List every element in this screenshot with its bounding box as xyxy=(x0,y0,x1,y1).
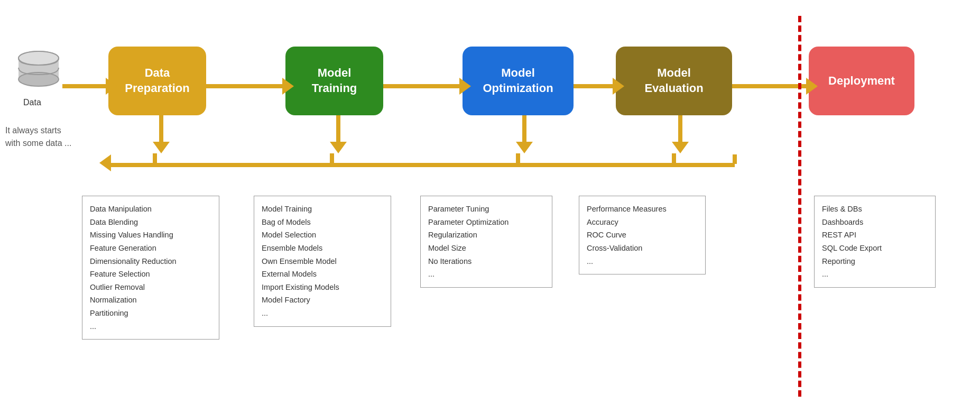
stage-data-prep: Data Preparation xyxy=(108,47,206,115)
stage-model-training: ModelTraining xyxy=(285,47,383,115)
tagline: It always starts with some data ... xyxy=(5,124,71,150)
feedback-arrow-bar xyxy=(111,163,735,167)
info-box-data-prep: Data Manipulation Data Blending Missing … xyxy=(82,196,219,340)
arrow-db-to-prep xyxy=(62,78,117,95)
arrow-prep-to-training xyxy=(206,78,294,95)
arrow-training-to-opt xyxy=(383,78,471,95)
info-box-model-eval: Performance Measures Accuracy ROC Curve … xyxy=(579,196,706,274)
vfl3 xyxy=(516,153,520,164)
vfl2 xyxy=(330,153,334,164)
deployment-separator-line xyxy=(798,16,801,397)
info-box-model-training: Model Training Bag of Models Model Selec… xyxy=(254,196,391,327)
database-icon xyxy=(15,47,62,94)
varr-training-down xyxy=(330,115,347,153)
info-box-deployment: Files & DBs Dashboards REST API SQL Code… xyxy=(814,196,936,288)
info-box-model-opt: Parameter Tuning Parameter Optimization … xyxy=(420,196,552,288)
varr-prep-down xyxy=(153,115,170,153)
vfl1 xyxy=(153,153,157,164)
stage-model-eval: ModelEvaluation xyxy=(616,47,732,115)
db-label: Data xyxy=(23,98,41,107)
arrow-eval-to-deployment xyxy=(732,78,818,95)
feedback-arrow-head xyxy=(99,154,111,171)
varr-eval-down xyxy=(672,115,689,153)
vfl4 xyxy=(672,153,676,164)
stage-model-opt: ModelOptimization xyxy=(463,47,574,115)
arrow-opt-to-eval xyxy=(574,78,624,95)
varr-opt-down xyxy=(516,115,533,153)
svg-point-3 xyxy=(19,51,59,65)
stage-deployment: Deployment xyxy=(809,47,914,115)
diagram-container: Data It always starts with some data ...… xyxy=(0,0,980,403)
